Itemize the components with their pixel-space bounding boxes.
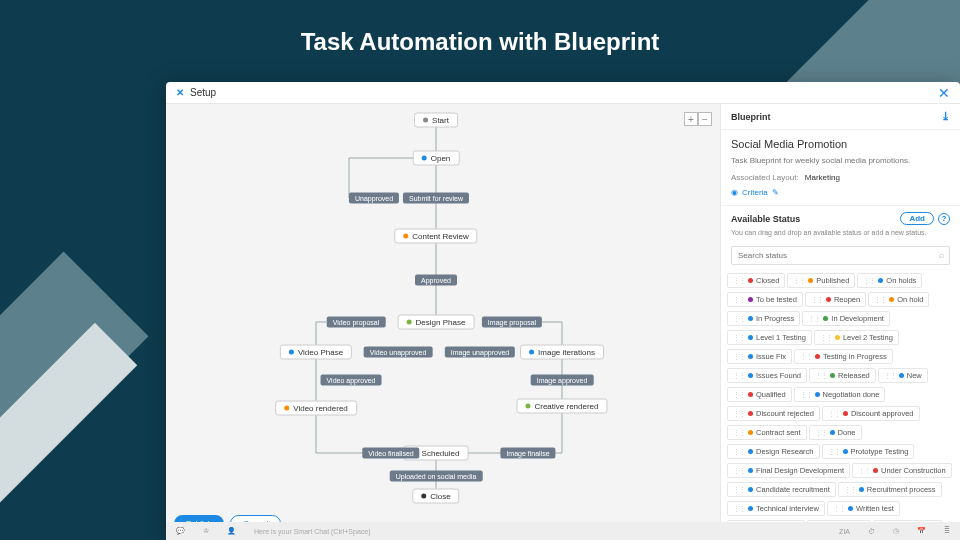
- blueprint-description: Task Blueprint for weekly social media p…: [731, 156, 950, 165]
- blueprint-meta: Social Media Promotion Task Blueprint fo…: [721, 130, 960, 206]
- timer-icon[interactable]: ⏱: [868, 528, 875, 535]
- close-icon[interactable]: ✕: [938, 85, 950, 101]
- status-chip-label: On holds: [886, 276, 916, 285]
- search-input[interactable]: [731, 246, 950, 265]
- status-color-dot: [889, 297, 894, 302]
- user-icon[interactable]: 👤: [227, 527, 236, 535]
- status-chip[interactable]: ⋮⋮Issues Found: [727, 368, 807, 383]
- blueprint-canvas[interactable]: StartOpenContent ReviewDesign PhaseVideo…: [166, 104, 720, 540]
- grip-icon: ⋮⋮: [811, 296, 823, 304]
- transition-node-image-unapproved[interactable]: Image unapproved: [445, 347, 515, 358]
- add-status-button[interactable]: Add: [900, 212, 934, 225]
- status-dot-icon: [422, 156, 427, 161]
- transition-node-image-approved2[interactable]: Image approved: [531, 375, 594, 386]
- status-chip[interactable]: ⋮⋮Issue Fix: [727, 349, 792, 364]
- transition-node-video-unapproved[interactable]: Video unapproved: [364, 347, 433, 358]
- zoom-out-button[interactable]: −: [698, 112, 712, 126]
- status-chip[interactable]: ⋮⋮Under Construction: [852, 463, 952, 478]
- grip-icon: ⋮⋮: [815, 429, 827, 437]
- zoom-controls: + −: [684, 112, 712, 126]
- transition-node-video-approved[interactable]: Video approved: [321, 375, 382, 386]
- criteria-link[interactable]: ◉ Criteria ✎: [731, 188, 950, 197]
- status-dot-icon: [403, 234, 408, 239]
- status-chip[interactable]: ⋮⋮Qualified: [727, 387, 792, 402]
- clock-icon[interactable]: ◷: [893, 527, 899, 535]
- grip-icon: ⋮⋮: [733, 486, 745, 494]
- help-icon[interactable]: ?: [938, 213, 950, 225]
- status-chip[interactable]: ⋮⋮Final Design Development: [727, 463, 850, 478]
- grip-icon: ⋮⋮: [800, 391, 812, 399]
- status-color-dot: [815, 392, 820, 397]
- status-dot-icon: [525, 404, 530, 409]
- status-chip[interactable]: ⋮⋮Contract sent: [727, 425, 807, 440]
- status-chip[interactable]: ⋮⋮To be tested: [727, 292, 803, 307]
- status-node-close[interactable]: Close: [412, 489, 459, 504]
- status-chip[interactable]: ⋮⋮On hold: [868, 292, 929, 307]
- status-chip[interactable]: ⋮⋮Design Research: [727, 444, 820, 459]
- bottom-bar: 💬 ♔ 👤 Here is your Smart Chat (Ctrl+Spac…: [166, 522, 960, 540]
- status-chip[interactable]: ⋮⋮Level 2 Testing: [814, 330, 899, 345]
- status-node-start[interactable]: Start: [414, 113, 458, 128]
- status-color-dot: [748, 316, 753, 321]
- status-chip-label: Released: [838, 371, 870, 380]
- transition-node-image-finalise[interactable]: Image finalise: [500, 448, 555, 459]
- status-chip[interactable]: ⋮⋮Technical interview: [727, 501, 825, 516]
- status-chip[interactable]: ⋮⋮Published: [787, 273, 855, 288]
- grip-icon: ⋮⋮: [733, 505, 745, 513]
- status-chip[interactable]: ⋮⋮Done: [809, 425, 862, 440]
- status-chip[interactable]: ⋮⋮Discount approved: [822, 406, 920, 421]
- status-chip[interactable]: ⋮⋮Prototype Testing: [822, 444, 915, 459]
- status-node-content-review[interactable]: Content Review: [394, 229, 477, 244]
- status-chip-label: In Development: [831, 314, 884, 323]
- status-chip[interactable]: ⋮⋮Released: [809, 368, 876, 383]
- status-chip[interactable]: ⋮⋮On holds: [857, 273, 922, 288]
- status-chip[interactable]: ⋮⋮Closed: [727, 273, 785, 288]
- status-chip[interactable]: ⋮⋮In Progress: [727, 311, 800, 326]
- status-node-label: Creative rendered: [534, 402, 598, 411]
- list-icon[interactable]: ≣: [944, 527, 950, 535]
- grip-icon: ⋮⋮: [793, 277, 805, 285]
- transition-node-video-finalised[interactable]: Video finalised: [362, 448, 419, 459]
- blueprint-name[interactable]: Social Media Promotion: [731, 138, 950, 150]
- status-node-image-iterations[interactable]: Image iterations: [520, 345, 604, 360]
- status-node-design-phase[interactable]: Design Phase: [398, 315, 475, 330]
- status-chip[interactable]: ⋮⋮Level 1 Testing: [727, 330, 812, 345]
- status-chip-label: Reopen: [834, 295, 860, 304]
- status-chip[interactable]: ⋮⋮In Development: [802, 311, 890, 326]
- edit-icon[interactable]: ✎: [772, 188, 779, 197]
- transition-node-submit-review[interactable]: Submit for review: [403, 193, 469, 204]
- status-node-label: Content Review: [412, 232, 468, 241]
- status-node-video-rendered[interactable]: Video rendered: [275, 401, 357, 416]
- calendar-icon[interactable]: 📅: [917, 527, 926, 535]
- transition-node-unapproved[interactable]: Unapproved: [349, 193, 399, 204]
- download-icon[interactable]: ⤓: [941, 110, 950, 123]
- transition-node-uploaded[interactable]: Uploaded on social media: [390, 471, 483, 482]
- status-search: ⌕: [731, 246, 950, 265]
- transition-node-image-proposal[interactable]: Image proposal: [482, 317, 542, 328]
- status-color-dot: [748, 487, 753, 492]
- transition-node-approved[interactable]: Approved: [415, 275, 457, 286]
- zia-icon[interactable]: ZIA: [839, 528, 850, 535]
- status-chip[interactable]: ⋮⋮Testing in Progress: [794, 349, 893, 364]
- status-chip[interactable]: ⋮⋮Reopen: [805, 292, 866, 307]
- status-dot-icon: [407, 320, 412, 325]
- status-chip[interactable]: ⋮⋮Negotiation done: [794, 387, 886, 402]
- status-node-video-phase[interactable]: Video Phase: [280, 345, 352, 360]
- transition-node-video-proposal[interactable]: Video proposal: [327, 317, 386, 328]
- status-chip[interactable]: ⋮⋮Written test: [827, 501, 900, 516]
- feed-icon[interactable]: ♔: [203, 527, 209, 535]
- status-chip[interactable]: ⋮⋮Recruitment process: [838, 482, 942, 497]
- status-node-creative-rendered[interactable]: Creative rendered: [516, 399, 607, 414]
- grip-icon: ⋮⋮: [733, 429, 745, 437]
- status-chip[interactable]: ⋮⋮Discount rejected: [727, 406, 820, 421]
- status-node-open[interactable]: Open: [413, 151, 460, 166]
- zoom-in-button[interactable]: +: [684, 112, 698, 126]
- status-color-dot: [748, 335, 753, 340]
- status-color-dot: [848, 506, 853, 511]
- chat-icon[interactable]: 💬: [176, 527, 185, 535]
- status-color-dot: [748, 411, 753, 416]
- app-window: ✕ Setup ✕ StartOpenContent ReviewDesign …: [166, 82, 960, 540]
- status-node-label: Design Phase: [416, 318, 466, 327]
- status-chip[interactable]: ⋮⋮Candidate recruitment: [727, 482, 836, 497]
- status-chip[interactable]: ⋮⋮New: [878, 368, 928, 383]
